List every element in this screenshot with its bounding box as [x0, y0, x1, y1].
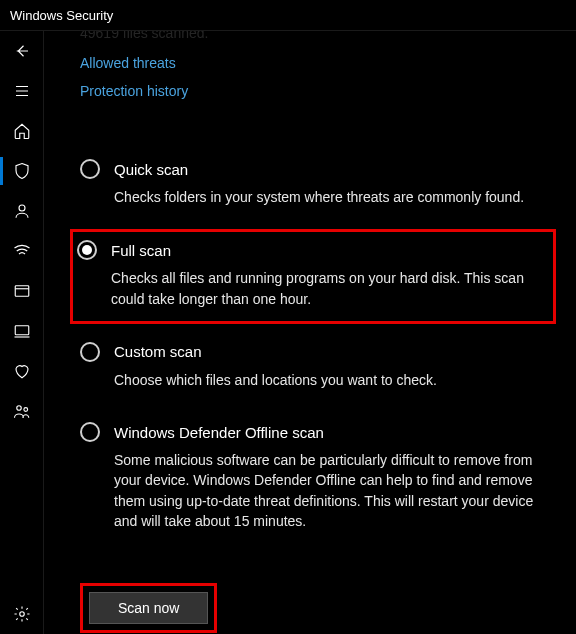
sidebar-item-device[interactable] [0, 311, 43, 351]
app-browser-icon [13, 282, 31, 300]
sidebar-item-settings[interactable] [0, 594, 43, 634]
svg-point-5 [19, 612, 24, 617]
option-desc: Checks all files and running programs on… [111, 268, 545, 309]
heart-icon [13, 362, 31, 380]
sidebar-item-firewall[interactable] [0, 231, 43, 271]
option-quick-scan[interactable]: Quick scan Checks folders in your system… [80, 149, 556, 221]
sidebar-item-account[interactable] [0, 191, 43, 231]
option-title: Quick scan [114, 161, 188, 178]
window-titlebar: Windows Security [0, 0, 576, 30]
radio-quick-scan[interactable] [80, 159, 100, 179]
option-desc: Checks folders in your system where thre… [114, 187, 548, 207]
family-icon [13, 402, 31, 420]
option-title: Custom scan [114, 343, 202, 360]
hamburger-icon [13, 82, 31, 100]
svg-rect-2 [15, 326, 29, 335]
link-protection-history[interactable]: Protection history [80, 83, 556, 99]
scan-now-highlight: Scan now [80, 583, 217, 633]
gear-icon [13, 605, 31, 623]
svg-point-3 [16, 406, 21, 411]
radio-custom-scan[interactable] [80, 342, 100, 362]
svg-rect-1 [15, 286, 29, 297]
option-title: Windows Defender Offline scan [114, 424, 324, 441]
sidebar-item-performance[interactable] [0, 351, 43, 391]
back-arrow-icon [13, 42, 31, 60]
sidebar-item-family[interactable] [0, 391, 43, 431]
wifi-icon [13, 242, 31, 260]
main-content: 49619 files scanned. Allowed threats Pro… [44, 31, 576, 634]
svg-point-0 [19, 205, 25, 211]
radio-full-scan[interactable] [77, 240, 97, 260]
link-allowed-threats[interactable]: Allowed threats [80, 55, 556, 71]
shield-icon [13, 162, 31, 180]
sidebar-item-security[interactable] [0, 151, 43, 191]
scan-now-button[interactable]: Scan now [89, 592, 208, 624]
back-button[interactable] [0, 31, 43, 71]
person-icon [13, 202, 31, 220]
option-full-scan[interactable]: Full scan Checks all files and running p… [70, 229, 556, 324]
menu-button[interactable] [0, 71, 43, 111]
option-custom-scan[interactable]: Custom scan Choose which files and locat… [80, 332, 556, 404]
scanned-count: 49619 files scanned. [80, 31, 556, 41]
sidebar-item-app-browser[interactable] [0, 271, 43, 311]
app-body: 49619 files scanned. Allowed threats Pro… [0, 30, 576, 634]
svg-point-4 [23, 408, 27, 412]
option-desc: Choose which files and locations you wan… [114, 370, 548, 390]
home-icon [13, 122, 31, 140]
option-desc: Some malicious software can be particula… [114, 450, 548, 531]
sidebar-item-home[interactable] [0, 111, 43, 151]
device-icon [13, 322, 31, 340]
radio-offline-scan[interactable] [80, 422, 100, 442]
window-title: Windows Security [10, 8, 113, 23]
sidebar [0, 31, 44, 634]
option-title: Full scan [111, 242, 171, 259]
scan-options: Quick scan Checks folders in your system… [80, 149, 556, 545]
option-offline-scan[interactable]: Windows Defender Offline scan Some malic… [80, 412, 556, 545]
